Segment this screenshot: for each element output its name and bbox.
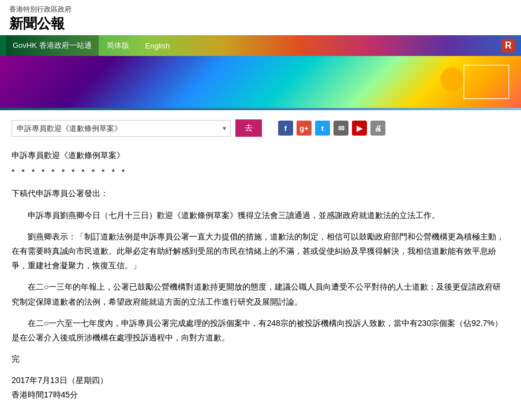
article-time: 香港時間17時45分 [12, 388, 508, 402]
nav-govhk-link[interactable]: GovHK 香港政府一站通 [6, 35, 99, 56]
facebook-icon[interactable]: f [278, 121, 293, 136]
youtube-icon[interactable]: ▶ [352, 121, 367, 136]
article-date: 2017年7月13日（星期四） [12, 373, 508, 388]
twitter-icon[interactable]: t [315, 121, 330, 136]
search-select-wrapper[interactable]: 申訴專員歡迎《道歉條例草案》 [12, 120, 231, 137]
banner [0, 56, 521, 108]
nav-inner: GovHK 香港政府一站通 简体版 English [6, 35, 178, 56]
print-icon[interactable]: 🖨 [370, 121, 385, 136]
article-para-2: 劉燕卿表示：「制訂道歉法例是申訴專員公署一直大力提倡的措施，道歉法的制定，相信可… [12, 230, 508, 273]
article: 申訴專員歡迎《道歉條例草案》 * * * * * * * * * * * * 下… [12, 148, 508, 403]
article-title: 申訴專員歡迎《道歉條例草案》 [12, 148, 508, 163]
google-plus-icon[interactable]: g+ [297, 121, 312, 136]
article-select[interactable]: 申訴專員歡迎《道歉條例草案》 [12, 120, 231, 137]
article-intro: 下稿代申訴專員公署發出： [12, 186, 508, 201]
nav-simplified-link[interactable]: 简体版 [99, 35, 137, 56]
article-para-3: 在二○一三年的年報上，公署已鼓勵公營機構對道歉持更開放的態度，建議公職人員向遭受… [12, 280, 508, 309]
article-stars: * * * * * * * * * * * * [12, 165, 508, 179]
page-header: 香港特別行政區政府 新聞公報 [0, 0, 521, 35]
main-content: 申訴專員歡迎《道歉條例草案》 去 f g+ t ✉ ▶ 🖨 申訴專員歡迎《道歉條… [0, 110, 519, 412]
header-title: 新聞公報 [9, 14, 512, 33]
nav-bar: GovHK 香港政府一站通 简体版 English R [0, 35, 521, 56]
article-para-4: 在二○一六至一七年度內，申訴專員公署完成處理的投訴個案中，有248宗的被投訴機構… [12, 316, 508, 345]
header-subtitle: 香港特別行政區政府 [9, 5, 512, 14]
search-bar: 申訴專員歡迎《道歉條例草案》 去 f g+ t ✉ ▶ 🖨 [12, 119, 508, 137]
nav-english-link[interactable]: English [137, 35, 178, 56]
email-icon[interactable]: ✉ [333, 121, 348, 136]
article-para-1: 申訴專員劉燕卿今日（七月十三日）歡迎《道歉條例草案》獲得立法會三讀通過，並感謝政… [12, 208, 508, 223]
social-icons: f g+ t ✉ ▶ 🖨 [278, 121, 385, 136]
banner-decoration [440, 68, 463, 91]
banner-graphic [463, 65, 509, 99]
nav-r-badge: R [501, 39, 515, 52]
search-button[interactable]: 去 [235, 119, 262, 137]
article-end: 完 [12, 352, 508, 366]
